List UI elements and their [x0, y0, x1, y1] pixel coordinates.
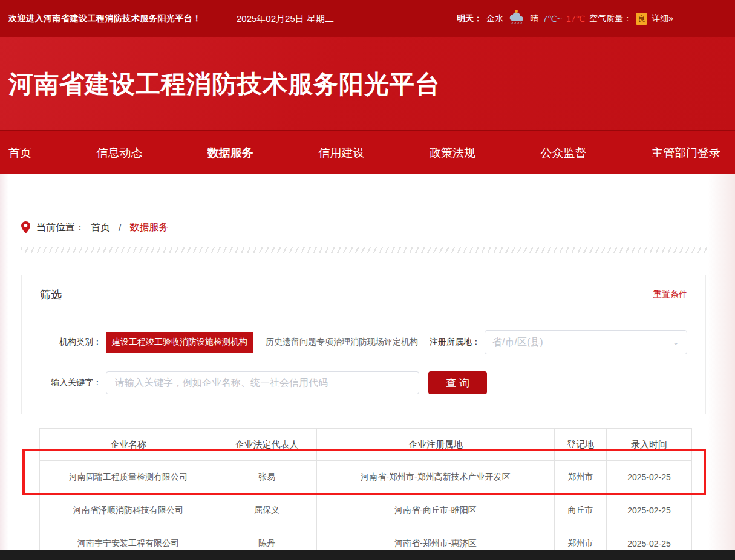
region-label: 注册所属地：: [430, 337, 480, 348]
table-column-header: 企业法定代表人: [217, 429, 317, 461]
site-banner: 河南省建设工程消防技术服务阳光平台: [0, 37, 735, 130]
table-row[interactable]: 河南固瑞工程质量检测有限公司张易河南省-郑州市-郑州高新技术产业开发区郑州市20…: [40, 461, 692, 494]
table-cell: 郑州市: [555, 461, 607, 494]
main-nav: 首页信息动态数据服务信用建设政策法规公众监督主管部门登录: [0, 130, 735, 174]
location-pin-icon: [21, 221, 30, 234]
table-column-header: 登记地: [555, 429, 607, 461]
category-options: 建设工程竣工验收消防设施检测机构历史遗留问题专项治理消防现场评定机构: [106, 332, 424, 353]
weather-widget: 明天： 金水 晴 7℃~ 17℃ 空气质量： 良 详细»: [457, 12, 673, 25]
table-cell: 2025-02-25: [607, 461, 692, 494]
top-info-bar: 欢迎进入河南省建设工程消防技术服务阳光平台！ 2025年02月25日 星期二 明…: [0, 0, 735, 37]
weather-condition: 晴: [530, 13, 538, 24]
nav-item[interactable]: 信用建设: [319, 145, 365, 161]
table-header-row: 企业名称企业法定代表人企业注册属地登记地录入时间: [40, 429, 692, 461]
site-title: 河南省建设工程消防技术服务阳光平台: [8, 68, 735, 101]
bottom-dark-bar: [0, 550, 735, 560]
breadcrumb-separator: /: [119, 223, 121, 233]
table-cell: 河南省-郑州市-郑州高新技术产业开发区: [317, 461, 555, 494]
breadcrumb-label: 当前位置：: [36, 221, 85, 234]
chevron-down-icon: ⌄: [672, 339, 679, 347]
date-text: 2025年02月25日 星期二: [237, 13, 334, 25]
divider-slashes: [21, 247, 708, 253]
table-cell: 河南省泽顺消防科技有限公司: [40, 494, 217, 527]
nav-item[interactable]: 首页: [8, 145, 31, 161]
keyword-label: 输入关键字：: [40, 377, 102, 388]
table-cell: 河南省-商丘市-睢阳区: [317, 494, 555, 527]
nav-item[interactable]: 主管部门登录: [652, 145, 720, 161]
table-row[interactable]: 河南省泽顺消防科技有限公司屈保义河南省-商丘市-睢阳区商丘市2025-02-25: [40, 494, 692, 527]
breadcrumb: 当前位置： 首页 / 数据服务: [0, 174, 735, 234]
table-column-header: 企业名称: [40, 429, 217, 461]
weather-district: 金水: [486, 13, 503, 24]
table-cell: 河南固瑞工程质量检测有限公司: [40, 461, 217, 494]
region-select[interactable]: 省/市/区(县) ⌄: [485, 330, 687, 354]
page-content: 当前位置： 首页 / 数据服务 筛选 重置条件 机构类别： 建设工程竣工验收消防…: [0, 174, 735, 560]
category-option[interactable]: 历史遗留问题专项治理消防现场评定机构: [260, 332, 424, 353]
table-cell: 张易: [217, 461, 317, 494]
table-cell: 2025-02-25: [607, 494, 692, 527]
table-cell: 商丘市: [555, 494, 607, 527]
search-button[interactable]: 查 询: [428, 371, 487, 394]
table-cell: 屈保义: [217, 494, 317, 527]
welcome-text: 欢迎进入河南省建设工程消防技术服务阳光平台！: [8, 13, 201, 24]
nav-item[interactable]: 数据服务: [207, 145, 253, 161]
nav-item[interactable]: 公众监督: [541, 145, 587, 161]
breadcrumb-current: 数据服务: [129, 221, 168, 234]
cloud-icon: [508, 12, 526, 25]
filter-title: 筛选: [40, 287, 62, 302]
category-option[interactable]: 建设工程竣工验收消防设施检测机构: [106, 332, 253, 353]
table-column-header: 企业注册属地: [317, 429, 555, 461]
air-quality-badge: 良: [636, 13, 647, 25]
nav-item[interactable]: 政策法规: [430, 145, 475, 161]
table-column-header: 录入时间: [607, 429, 692, 461]
region-select-placeholder: 省/市/区(县): [492, 336, 543, 349]
filter-panel: 筛选 重置条件 机构类别： 建设工程竣工验收消防设施检测机构历史遗留问题专项治理…: [21, 275, 706, 414]
keyword-input[interactable]: [106, 371, 419, 394]
category-label: 机构类别：: [40, 337, 102, 348]
breadcrumb-home[interactable]: 首页: [91, 221, 110, 234]
weather-temp-low: 7℃~: [543, 14, 562, 24]
weather-detail-link[interactable]: 详细»: [652, 13, 673, 24]
nav-item[interactable]: 信息动态: [97, 145, 143, 161]
air-quality-label: 空气质量：: [589, 13, 632, 24]
results-table: 企业名称企业法定代表人企业注册属地登记地录入时间 河南固瑞工程质量检测有限公司张…: [39, 428, 692, 560]
reset-filters-link[interactable]: 重置条件: [653, 289, 687, 300]
weather-tomorrow-label: 明天：: [457, 13, 482, 24]
weather-temp-high: 17℃: [566, 14, 585, 24]
